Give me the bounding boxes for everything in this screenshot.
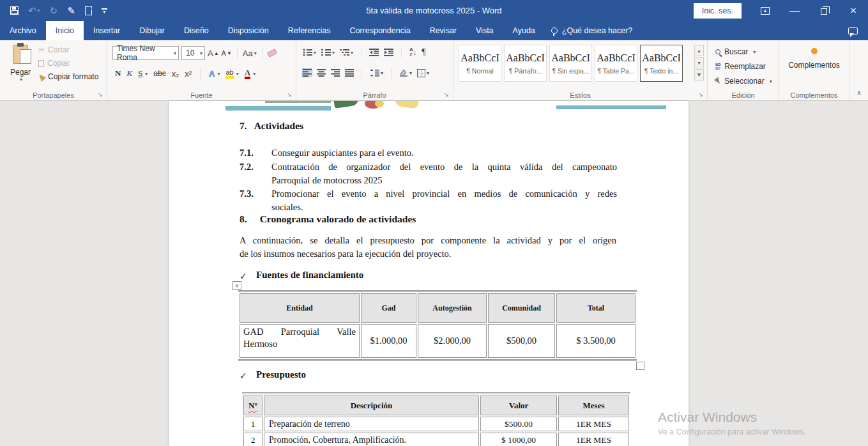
- style-sin-espaciado[interactable]: AaBbCcI ¶ Sin espa...: [549, 45, 592, 82]
- paste-button[interactable]: Pegar ▾: [6, 45, 34, 91]
- copy-button[interactable]: Copiar: [38, 59, 98, 68]
- italic-button[interactable]: K: [126, 68, 132, 79]
- styles-dialog-launcher[interactable]: ↘: [697, 91, 704, 98]
- feedback-comment-icon[interactable]: [848, 27, 858, 35]
- group-complementos: Complementos Complementos: [779, 40, 849, 100]
- header-teal-bar-right: [556, 105, 666, 109]
- cell-autogestion: $2.000,00: [418, 324, 487, 358]
- tab-diseno[interactable]: Diseño: [174, 21, 218, 40]
- tell-me-box[interactable]: ¿Qué desea hacer?: [545, 21, 639, 40]
- cursor-arrow-icon: [714, 77, 722, 86]
- list-number: 7.2.: [240, 160, 268, 174]
- font-name-combo[interactable]: Times New Roma▾: [112, 46, 179, 60]
- styles-gallery: AaBbCcI ¶ Normal AaBbCcI ¶ Párrafo... Aa…: [459, 45, 683, 82]
- table-resize-handle[interactable]: [636, 362, 644, 370]
- align-left-button[interactable]: [303, 69, 312, 77]
- decrease-indent-button[interactable]: [369, 49, 379, 56]
- font-dialog-launcher[interactable]: ↘: [286, 91, 293, 98]
- style-normal[interactable]: AaBbCcI ¶ Normal: [459, 45, 501, 82]
- title-bar: ↶▾ ↻ ✎ ▾ 5ta válida de motocross 2025 - …: [0, 0, 868, 21]
- save-icon[interactable]: [10, 4, 19, 17]
- clear-formatting-button[interactable]: [268, 50, 277, 56]
- multilevel-list-button[interactable]: ▾: [340, 49, 353, 56]
- tab-inicio[interactable]: Inicio: [46, 21, 84, 40]
- font-size-combo[interactable]: 10▾: [181, 46, 205, 60]
- numbered-list-button[interactable]: ▾: [321, 49, 335, 56]
- new-document-icon[interactable]: [85, 4, 92, 17]
- line-spacing-button[interactable]: ▾: [370, 69, 383, 77]
- intro-paragraph-line: A continuación, se detalla el presupuest…: [240, 234, 616, 247]
- borders-button[interactable]: ▾: [417, 69, 429, 77]
- tab-dibujar[interactable]: Dibujar: [130, 21, 174, 40]
- styles-scroll-up[interactable]: ▲: [694, 45, 704, 56]
- minimize-button[interactable]: —: [780, 0, 809, 21]
- close-button[interactable]: ×: [839, 0, 868, 21]
- tab-archivo[interactable]: Archivo: [0, 21, 46, 40]
- underline-button[interactable]: S: [138, 68, 142, 79]
- sign-in-button[interactable]: Inic. ses.: [694, 3, 742, 19]
- align-center-button[interactable]: [317, 69, 326, 77]
- bold-button[interactable]: N: [115, 68, 121, 79]
- ribbon-display-options-icon[interactable]: ▴: [750, 0, 780, 21]
- find-button[interactable]: Buscar▾: [715, 47, 756, 56]
- replace-button[interactable]: abac Reemplazar: [715, 62, 766, 71]
- redo-icon[interactable]: ↻: [50, 4, 58, 17]
- brush-icon: [37, 72, 47, 82]
- document-area: 7.Actividades 7.1. Conseguir auspiciante…: [0, 101, 868, 446]
- clipboard-dialog-launcher[interactable]: ↘: [96, 91, 104, 98]
- financing-table[interactable]: Entidad Gad Autogestión Comunidad Total …: [238, 290, 637, 361]
- cut-button[interactable]: ✂Cortar: [38, 45, 98, 54]
- tab-correspondencia[interactable]: Correspondencia: [340, 21, 420, 40]
- sort-button[interactable]: AZ↓: [409, 47, 416, 58]
- cell-gad: $1.000,00: [361, 324, 416, 358]
- style-texto-independiente[interactable]: AaBbCcI ¶ Texto in...: [640, 45, 683, 82]
- grow-font-button[interactable]: A▲: [208, 49, 219, 58]
- budget-table[interactable]: Nº Descripción Valor Meses 1 Preparación…: [242, 392, 630, 446]
- increase-indent-button[interactable]: [384, 49, 393, 56]
- restore-button[interactable]: [809, 0, 839, 21]
- cell-num: 2: [243, 433, 263, 446]
- styles-scroll-down[interactable]: ▼: [694, 57, 704, 68]
- text-effects-button[interactable]: A: [209, 69, 215, 79]
- highlight-color-button[interactable]: ab: [225, 68, 233, 79]
- tab-referencias[interactable]: Referencias: [278, 21, 340, 40]
- align-right-button[interactable]: [331, 69, 340, 77]
- scissors-icon: ✂: [38, 46, 45, 54]
- shrink-font-button[interactable]: A▼: [222, 49, 232, 57]
- tab-vista[interactable]: Vista: [466, 21, 503, 40]
- show-paragraph-marks-button[interactable]: ¶: [422, 47, 425, 58]
- document-page[interactable]: 7.Actividades 7.1. Conseguir auspiciante…: [169, 101, 689, 446]
- justify-button[interactable]: [345, 69, 354, 77]
- paragraph-dialog-launcher[interactable]: ↘: [443, 91, 450, 98]
- bullet-list-button[interactable]: ▾: [303, 49, 316, 56]
- subscript-button[interactable]: x₂: [172, 69, 179, 79]
- draw-eraser-icon[interactable]: ✎: [67, 4, 75, 17]
- column-header: Comunidad: [488, 293, 555, 323]
- font-color-button[interactable]: A: [245, 68, 250, 79]
- tab-insertar[interactable]: Insertar: [84, 21, 130, 40]
- strikethrough-button[interactable]: abc: [153, 69, 165, 78]
- table-row: 1 Preparación de terreno $500.00 1ER MES: [243, 417, 629, 431]
- undo-icon[interactable]: ↶▾: [28, 4, 40, 17]
- addins-button[interactable]: Complementos: [779, 48, 849, 70]
- tab-revisar[interactable]: Revisar: [420, 21, 466, 40]
- tab-ayuda[interactable]: Ayuda: [503, 21, 545, 40]
- tab-disposicion[interactable]: Disposición: [218, 21, 278, 40]
- table-move-handle[interactable]: +: [232, 281, 241, 290]
- customize-qat-icon[interactable]: ▾: [102, 4, 107, 17]
- shading-button[interactable]: ▾: [399, 69, 412, 77]
- collapse-ribbon-icon[interactable]: ∧: [857, 89, 862, 97]
- check-bullet: ✓: [240, 271, 247, 282]
- select-button[interactable]: Seleccionar▾: [715, 77, 772, 86]
- styles-more-button[interactable]: ▼: [694, 69, 704, 81]
- style-table-paragraph[interactable]: AaBbCcI ¶ Table Pa...: [595, 45, 637, 82]
- header-teal-bar-left: [225, 106, 331, 111]
- check-bullet: ✓: [240, 371, 247, 381]
- change-case-button[interactable]: Aa▾: [243, 49, 257, 58]
- heading-presupuesto: Presupuesto: [256, 369, 306, 380]
- intro-paragraph-line: de los insumos necesarios para la ejecuc…: [240, 247, 616, 261]
- style-parrafo[interactable]: AaBbCcI ¶ Párrafo...: [504, 45, 547, 82]
- format-painter-button[interactable]: Copiar formato: [38, 72, 98, 81]
- table-header-row: Nº Descripción Valor Meses: [243, 396, 629, 415]
- superscript-button[interactable]: x²: [185, 69, 192, 79]
